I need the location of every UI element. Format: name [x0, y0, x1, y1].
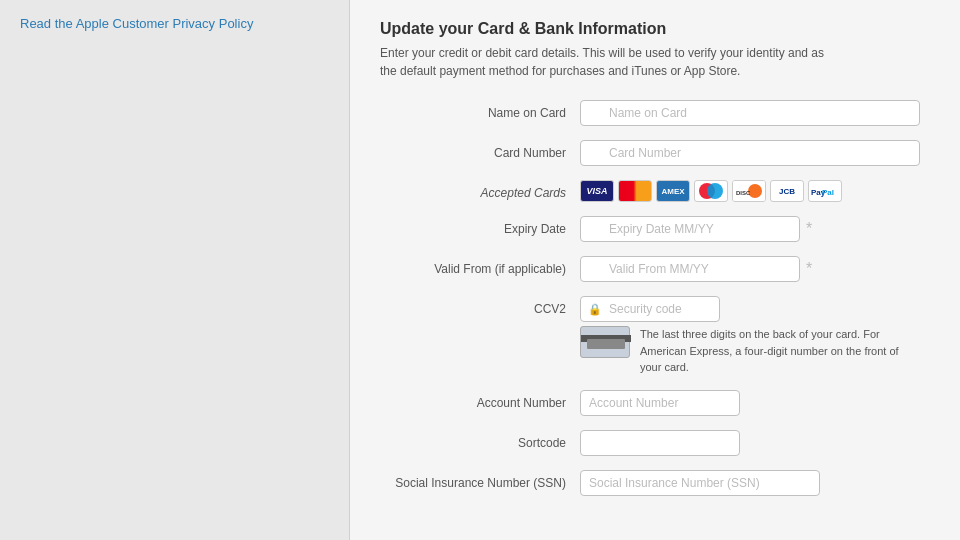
valid-from-input[interactable] [580, 256, 800, 282]
expiry-date-input[interactable] [580, 216, 800, 242]
card-diagram [580, 326, 630, 358]
card-number-input[interactable] [580, 140, 920, 166]
account-number-row: Account Number [380, 390, 930, 416]
valid-from-row: Valid From (if applicable) 📅 * [380, 256, 930, 282]
name-on-card-control: 👤 [580, 100, 920, 126]
account-number-label: Account Number [380, 390, 580, 410]
accepted-cards-control: VISA AMEX DISC JCB PayPal [580, 180, 920, 202]
sortcode-control: XXXXXX [580, 430, 920, 456]
card-number-input-wrapper: 💳 [580, 140, 920, 166]
account-number-control [580, 390, 920, 416]
privacy-policy-link[interactable]: Read the Apple Customer Privacy Policy [20, 16, 253, 31]
sidebar: Read the Apple Customer Privacy Policy [0, 0, 350, 540]
card-number-row: Card Number 💳 [380, 140, 930, 166]
expiry-date-row: Expiry Date 📅 * [380, 216, 930, 242]
accepted-cards-row: Accepted Cards VISA AMEX DISC JCB PayPal [380, 180, 930, 202]
visa-card-badge: VISA [580, 180, 614, 202]
discover-badge: DISC [732, 180, 766, 202]
valid-from-control: 📅 * [580, 256, 920, 282]
card-signature [587, 339, 625, 349]
name-on-card-input[interactable] [580, 100, 920, 126]
ccv2-control: 🔒 The last three digits on the back of y… [580, 296, 920, 376]
valid-from-input-row: 📅 * [580, 256, 920, 282]
paypal-badge: PayPal [808, 180, 842, 202]
sortcode-row: Sortcode XXXXXX [380, 430, 930, 456]
svg-text:Pal: Pal [822, 188, 834, 197]
valid-from-input-wrapper: 📅 [580, 256, 800, 282]
cards-list: VISA AMEX DISC JCB PayPal [580, 180, 920, 202]
ccv2-label: CCV2 [380, 296, 580, 316]
ssn-row: Social Insurance Number (SSN) [380, 470, 930, 496]
maestro-badge [694, 180, 728, 202]
card-number-label: Card Number [380, 140, 580, 160]
page-description: Enter your credit or debit card details.… [380, 44, 840, 80]
sortcode-label: Sortcode [380, 430, 580, 450]
expiry-date-label: Expiry Date [380, 216, 580, 236]
name-on-card-row: Name on Card 👤 [380, 100, 930, 126]
sortcode-input[interactable]: XXXXXX [580, 430, 740, 456]
ssn-label: Social Insurance Number (SSN) [380, 470, 580, 490]
name-on-card-label: Name on Card [380, 100, 580, 120]
accepted-cards-label: Accepted Cards [380, 180, 580, 200]
account-number-input[interactable] [580, 390, 740, 416]
svg-text:DISC: DISC [736, 190, 751, 196]
name-on-card-input-wrapper: 👤 [580, 100, 920, 126]
mastercard-badge [618, 180, 652, 202]
ssn-control [580, 470, 920, 496]
amex-badge: AMEX [656, 180, 690, 202]
expiry-asterisk: * [806, 221, 812, 237]
page-title: Update your Card & Bank Information [380, 20, 930, 38]
ccv2-description: The last three digits on the back of you… [640, 326, 900, 376]
expiry-date-control: 📅 * [580, 216, 920, 242]
main-content: Update your Card & Bank Information Ente… [350, 0, 960, 540]
expiry-date-input-row: 📅 * [580, 216, 920, 242]
expiry-date-input-wrapper: 📅 [580, 216, 800, 242]
ccv2-input[interactable] [580, 296, 720, 322]
ssn-input[interactable] [580, 470, 820, 496]
jcb-badge: JCB [770, 180, 804, 202]
svg-point-1 [707, 183, 723, 199]
ccv2-row: CCV2 🔒 The last three digits on the back… [380, 296, 930, 376]
card-number-control: 💳 [580, 140, 920, 166]
valid-from-asterisk: * [806, 261, 812, 277]
ccv2-input-wrapper: 🔒 [580, 296, 920, 322]
ccv2-help: The last three digits on the back of you… [580, 326, 920, 376]
valid-from-label: Valid From (if applicable) [380, 256, 580, 276]
